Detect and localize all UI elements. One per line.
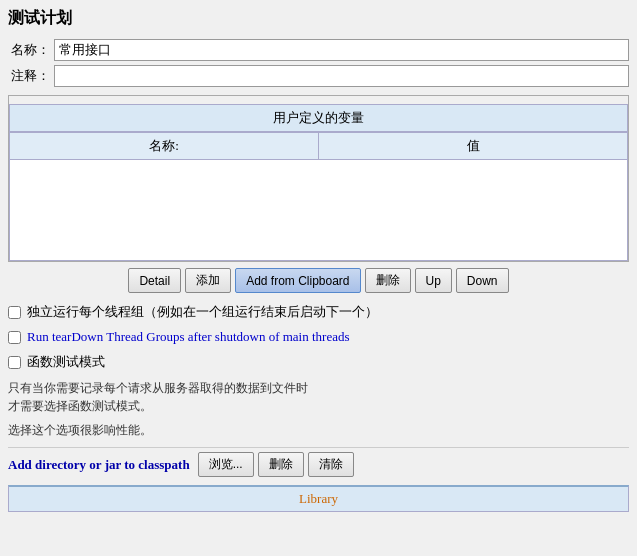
run-teardown-row: Run tearDown Thread Groups after shutdow…: [8, 327, 629, 347]
table-header: 名称: 值: [10, 133, 627, 160]
add-button[interactable]: 添加: [185, 268, 231, 293]
functional-mode-label: 函数测试模式: [27, 353, 105, 371]
variables-section: 用户定义的变量 名称: 值: [8, 95, 629, 262]
comment-label: 注释：: [8, 67, 50, 85]
variables-table: 名称: 值: [9, 132, 628, 261]
page-title: 测试计划: [8, 8, 629, 29]
up-button[interactable]: Up: [415, 268, 452, 293]
functional-mode-row: 函数测试模式: [8, 351, 629, 373]
col-name-header: 名称:: [10, 133, 319, 159]
classpath-row: Add directory or jar to classpath 浏览... …: [8, 447, 629, 481]
name-row: 名称：: [8, 39, 629, 61]
classpath-label: Add directory or jar to classpath: [8, 457, 190, 473]
detail-button[interactable]: Detail: [128, 268, 181, 293]
name-label: 名称：: [8, 41, 50, 59]
desc-line1: 只有当你需要记录每个请求从服务器取得的数据到文件时: [8, 379, 629, 397]
run-teardown-checkbox[interactable]: [8, 331, 21, 344]
browse-button[interactable]: 浏览...: [198, 452, 254, 477]
functional-mode-checkbox[interactable]: [8, 356, 21, 369]
run-each-row: 独立运行每个线程组（例如在一个组运行结束后启动下一个）: [8, 301, 629, 323]
name-input[interactable]: [54, 39, 629, 61]
library-tab[interactable]: Library: [8, 485, 629, 512]
classpath-delete-button[interactable]: 删除: [258, 452, 304, 477]
down-button[interactable]: Down: [456, 268, 509, 293]
run-teardown-label: Run tearDown Thread Groups after shutdow…: [27, 329, 350, 345]
run-each-label: 独立运行每个线程组（例如在一个组运行结束后启动下一个）: [27, 303, 378, 321]
main-panel: 测试计划 名称： 注释： 用户定义的变量 名称: 值 Detail 添加 Add…: [0, 0, 637, 520]
comment-row: 注释：: [8, 65, 629, 87]
delete-button[interactable]: 删除: [365, 268, 411, 293]
col-value-header: 值: [319, 133, 627, 159]
run-each-checkbox[interactable]: [8, 306, 21, 319]
variables-title: 用户定义的变量: [9, 104, 628, 132]
table-body: [10, 160, 627, 260]
classpath-clear-button[interactable]: 清除: [308, 452, 354, 477]
desc-line4: 选择这个选项很影响性能。: [8, 421, 629, 439]
desc-line2: 才需要选择函数测试模式。: [8, 397, 629, 415]
button-row: Detail 添加 Add from Clipboard 删除 Up Down: [8, 268, 629, 293]
description-block: 只有当你需要记录每个请求从服务器取得的数据到文件时 才需要选择函数测试模式。 选…: [8, 379, 629, 439]
add-clipboard-button[interactable]: Add from Clipboard: [235, 268, 360, 293]
comment-input[interactable]: [54, 65, 629, 87]
